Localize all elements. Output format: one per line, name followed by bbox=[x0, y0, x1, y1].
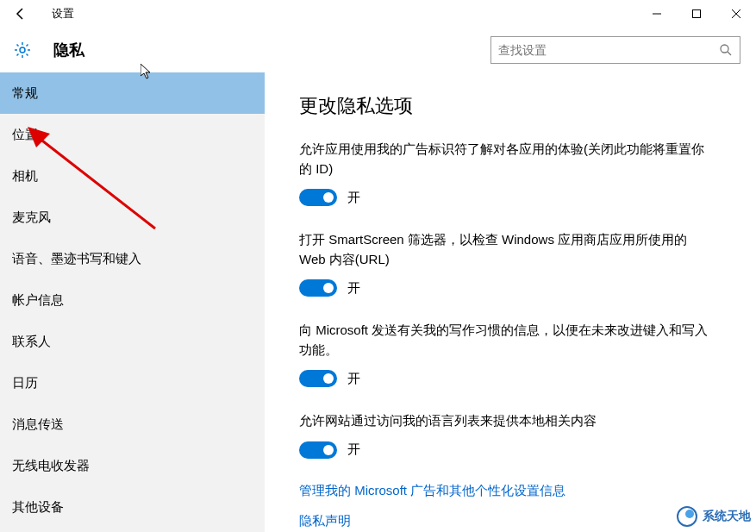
page-title: 隐私 bbox=[53, 40, 84, 60]
sidebar-item-contacts[interactable]: 联系人 bbox=[0, 321, 265, 362]
svg-point-4 bbox=[20, 47, 25, 53]
back-button[interactable] bbox=[0, 0, 41, 28]
toggle-row: 开 bbox=[299, 370, 713, 387]
setting-language-list: 允许网站通过访问我的语言列表来提供本地相关内容 开 bbox=[299, 411, 713, 459]
sidebar-item-other-devices[interactable]: 其他设备 bbox=[0, 486, 265, 528]
toggle-label: 开 bbox=[347, 190, 360, 206]
sidebar: 常规 位置 相机 麦克风 语音、墨迹书写和键入 帐户信息 联系人 日历 消息传送… bbox=[0, 72, 265, 532]
sidebar-item-speech-ink-typing[interactable]: 语音、墨迹书写和键入 bbox=[0, 238, 265, 279]
sidebar-item-label: 联系人 bbox=[12, 334, 51, 350]
svg-point-5 bbox=[721, 45, 728, 53]
sidebar-item-label: 其他设备 bbox=[12, 499, 64, 516]
maximize-icon bbox=[691, 9, 702, 19]
sidebar-item-general[interactable]: 常规 bbox=[0, 72, 265, 114]
sidebar-item-calendar[interactable]: 日历 bbox=[0, 362, 265, 404]
close-icon bbox=[731, 9, 741, 19]
sidebar-item-label: 无线电收发器 bbox=[12, 458, 90, 474]
maximize-button[interactable] bbox=[677, 0, 716, 28]
setting-desc: 打开 SmartScreen 筛选器，以检查 Windows 应用商店应用所使用… bbox=[299, 230, 713, 269]
search-box[interactable] bbox=[490, 36, 740, 64]
minimize-button[interactable] bbox=[637, 0, 677, 28]
toggle-label: 开 bbox=[347, 280, 360, 297]
toggle-ad-id[interactable] bbox=[299, 189, 337, 206]
search-input[interactable] bbox=[498, 43, 719, 57]
setting-writing-habits: 向 Microsoft 发送有关我的写作习惯的信息，以便在未来改进键入和写入功能… bbox=[299, 321, 713, 387]
toggle-label: 开 bbox=[347, 371, 360, 387]
toggle-row: 开 bbox=[299, 189, 713, 206]
watermark-globe-icon bbox=[677, 506, 697, 527]
toggle-label: 开 bbox=[347, 441, 360, 458]
sidebar-item-label: 麦克风 bbox=[12, 210, 51, 226]
sidebar-item-label: 帐户信息 bbox=[12, 292, 64, 309]
link-manage-ads[interactable]: 管理我的 Microsoft 广告和其他个性化设置信息 bbox=[299, 483, 739, 499]
search-icon bbox=[719, 43, 733, 57]
sidebar-item-label: 日历 bbox=[12, 375, 38, 391]
sidebar-item-radio[interactable]: 无线电收发器 bbox=[0, 445, 265, 486]
toggle-language-list[interactable] bbox=[299, 441, 337, 459]
toggle-smartscreen[interactable] bbox=[299, 279, 337, 297]
watermark-label: 系统天地 bbox=[703, 509, 751, 524]
close-button[interactable] bbox=[716, 0, 756, 28]
sidebar-item-microphone[interactable]: 麦克风 bbox=[0, 197, 265, 238]
svg-rect-1 bbox=[693, 10, 701, 18]
window-title: 设置 bbox=[52, 6, 74, 22]
titlebar: 设置 bbox=[0, 0, 756, 28]
svg-line-6 bbox=[728, 52, 731, 55]
sidebar-item-label: 消息传送 bbox=[12, 416, 64, 433]
content-area: 常规 位置 相机 麦克风 语音、墨迹书写和键入 帐户信息 联系人 日历 消息传送… bbox=[0, 72, 756, 532]
setting-smartscreen: 打开 SmartScreen 筛选器，以检查 Windows 应用商店应用所使用… bbox=[299, 230, 713, 297]
setting-desc: 允许应用使用我的广告标识符了解对各应用的体验(关闭此功能将重置你的 ID) bbox=[299, 140, 713, 178]
watermark: 系统天地 bbox=[677, 506, 751, 527]
window-controls bbox=[637, 0, 756, 28]
toggle-row: 开 bbox=[299, 441, 713, 459]
sidebar-item-camera[interactable]: 相机 bbox=[0, 155, 265, 197]
setting-ad-id: 允许应用使用我的广告标识符了解对各应用的体验(关闭此功能将重置你的 ID) 开 bbox=[299, 140, 713, 206]
main-heading: 更改隐私选项 bbox=[299, 93, 739, 119]
minimize-icon bbox=[652, 9, 662, 19]
setting-desc: 向 Microsoft 发送有关我的写作习惯的信息，以便在未来改进键入和写入功能… bbox=[299, 321, 713, 360]
sidebar-item-account-info[interactable]: 帐户信息 bbox=[0, 279, 265, 321]
sidebar-item-location[interactable]: 位置 bbox=[0, 114, 265, 155]
sidebar-item-label: 位置 bbox=[12, 127, 38, 143]
sidebar-item-label: 语音、墨迹书写和键入 bbox=[12, 251, 141, 267]
arrow-left-icon bbox=[14, 7, 28, 21]
sidebar-item-label: 相机 bbox=[12, 168, 38, 185]
main-panel: 更改隐私选项 允许应用使用我的广告标识符了解对各应用的体验(关闭此功能将重置你的… bbox=[265, 72, 756, 532]
sidebar-item-label: 常规 bbox=[12, 85, 38, 102]
gear-icon bbox=[14, 41, 31, 59]
link-privacy-statement[interactable]: 隐私声明 bbox=[299, 513, 739, 529]
sidebar-item-messaging[interactable]: 消息传送 bbox=[0, 404, 265, 445]
toggle-writing-habits[interactable] bbox=[299, 370, 337, 387]
header-row: 隐私 bbox=[0, 28, 756, 72]
setting-desc: 允许网站通过访问我的语言列表来提供本地相关内容 bbox=[299, 411, 713, 431]
toggle-row: 开 bbox=[299, 279, 713, 297]
